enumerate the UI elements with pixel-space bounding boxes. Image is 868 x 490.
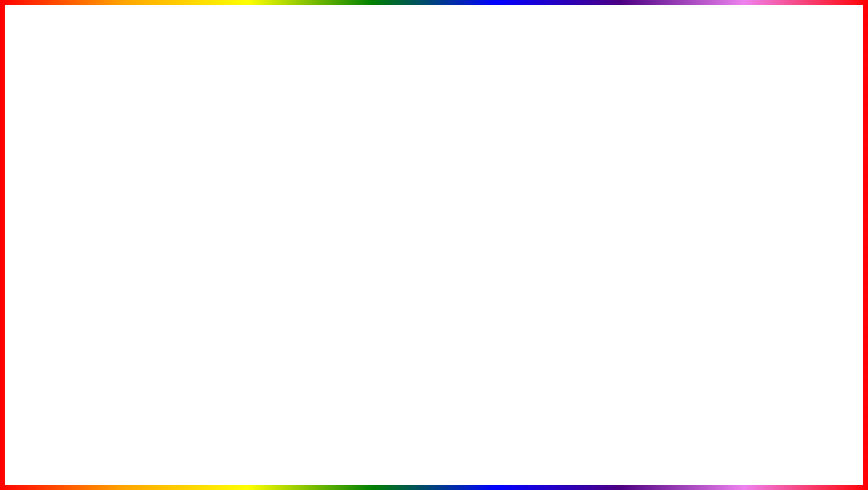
logo-skull-circle: 💀 xyxy=(721,402,752,434)
temple-time-row[interactable]: 👆 Temple of time xyxy=(595,236,698,249)
race-v4-label: Race V.4 TP xyxy=(609,226,639,232)
right-panel-right-col: ⚙ ⚙ Raid ⚙ 🌐 Auto Select Dungeon Select … xyxy=(703,165,830,255)
left-panel-title: URANIUM Hubs x Premium 1.0 xyxy=(47,143,132,150)
mobile-text: MOBILE xyxy=(36,189,225,229)
select-weapon-header: 🔧 Select Weapon 🔧 xyxy=(150,170,277,176)
raid-icon: ⚙ xyxy=(708,170,712,176)
blox-text: BLOX xyxy=(176,10,412,101)
toggle-knob-auto-start xyxy=(815,237,822,243)
logo-skull-area: 💀 xyxy=(721,402,752,434)
auto-start-row: 🌐 Auto Start Go To Dungeon xyxy=(708,234,826,246)
tab-item[interactable]: Item xyxy=(103,153,126,165)
auto-farm-bottom-text: AUTO FARM xyxy=(142,419,435,477)
buy-chip-label: Buy Chip Select xyxy=(722,209,760,216)
raid-label: ⚙ Raid ⚙ xyxy=(715,170,737,176)
tab-main[interactable]: Main xyxy=(78,153,103,165)
logo-fruits-text: FRUITS xyxy=(757,418,799,431)
race-icon2: 🏆 xyxy=(642,225,649,232)
teleport-third-sea-row[interactable]: 👆 Teleport To Third Sea xyxy=(595,208,698,221)
teleport-third-sea-label: Teleport To Third Sea xyxy=(609,211,661,218)
toggle-knob-5 xyxy=(268,233,274,240)
temple-time-label: Temple of time xyxy=(609,240,644,246)
logo-background: 💀 BLOX FRUITS xyxy=(697,387,823,450)
select-chips-dropdown[interactable]: Select Chips ▼ xyxy=(708,193,826,204)
fruits-text: FRUITS xyxy=(413,10,692,101)
hand-icon-chip: 👆 xyxy=(711,209,719,216)
toggle-knob-dungeon xyxy=(816,182,822,188)
right-panel-keybind: [ RightControl ] xyxy=(789,144,825,150)
dropdown-arrow-icon: ▼ xyxy=(268,181,273,187)
earth-icon-auto-start: 🌐 xyxy=(711,236,719,244)
script-text: SCRIPT xyxy=(444,430,560,466)
blox-fruits-logo: 💀 BLOX FRUITS xyxy=(697,387,823,450)
right-tab-misc[interactable]: Misc xyxy=(769,153,793,165)
auto-farm-dot: ● xyxy=(46,170,49,175)
auto-start-label: Auto Start Go To Dungeon xyxy=(721,237,785,243)
auto-select-dungeon-label: Auto Select Dungeon xyxy=(721,182,772,188)
hand-icon-3: 👆 xyxy=(599,211,607,218)
title-area: BLOX FRUITS xyxy=(0,9,868,102)
buy-chip-row[interactable]: 👆 Buy Chip Select xyxy=(708,206,826,219)
tab-teleport-raid[interactable]: Teleport + Raic xyxy=(187,153,236,165)
android-text: ANDROID xyxy=(36,229,225,270)
chips-dropdown-arrow: ▼ xyxy=(816,195,822,201)
tab-user-hub[interactable]: User Hub xyxy=(42,153,78,165)
tab-status[interactable]: Status xyxy=(126,153,155,165)
auto-farm-label: Auto Farm xyxy=(52,170,75,175)
toggle-knob-auto-buy xyxy=(816,223,822,229)
select-chips-label: Select Chips xyxy=(712,195,742,201)
left-panel-nav: User Hub Main Item Status Combat Telepor… xyxy=(42,153,282,165)
right-tab-fruit-shop[interactable]: Fruit + Shop xyxy=(727,153,770,165)
race-icon: 🏆 xyxy=(599,225,606,232)
toggle-auto-buy[interactable] xyxy=(807,222,823,230)
toggle-auto-start[interactable] xyxy=(806,236,823,244)
left-panel-header: URANIUM Hubs x Premium 1.0 [ RightContro… xyxy=(42,141,282,153)
earth-icon-raid: 🌐 xyxy=(711,181,718,188)
mobile-android-area: MOBILE ANDROID ✓ xyxy=(36,189,262,270)
tab-combat[interactable]: Combat xyxy=(155,153,187,165)
left-panel-keybind: [ RightControl ] xyxy=(241,144,277,150)
toggle-knob-4 xyxy=(268,218,274,224)
auto-buy-row: 🌐 Auto Buy Chip xyxy=(708,221,826,232)
logo-text-area: BLOX FRUITS xyxy=(757,405,799,431)
toggle-auto-dungeon[interactable] xyxy=(807,181,823,189)
checkmark-icon: ✓ xyxy=(232,209,262,250)
auto-farm-dot2: ● xyxy=(77,170,80,175)
raid-header: ⚙ ⚙ Raid ⚙ xyxy=(708,170,826,176)
earth-icon-auto-buy: 🌐 xyxy=(711,223,718,230)
auto-buy-chip-label: Auto Buy Chip xyxy=(721,223,756,229)
auto-farm-section: ● Auto Farm ● xyxy=(46,170,140,175)
race-v4-row[interactable]: 🏆 Race V.4 TP 🏆 xyxy=(595,223,698,235)
logo-content: 💀 BLOX FRUITS xyxy=(721,402,799,434)
logo-blox-text: BLOX xyxy=(757,405,799,418)
no-key-text: NO KEY xyxy=(541,151,681,203)
auto-dungeon-row: 🌐 Auto Select Dungeon xyxy=(708,179,826,190)
skull-icon: 💀 xyxy=(725,408,748,429)
hand-icon-4: 👆 xyxy=(599,239,607,246)
